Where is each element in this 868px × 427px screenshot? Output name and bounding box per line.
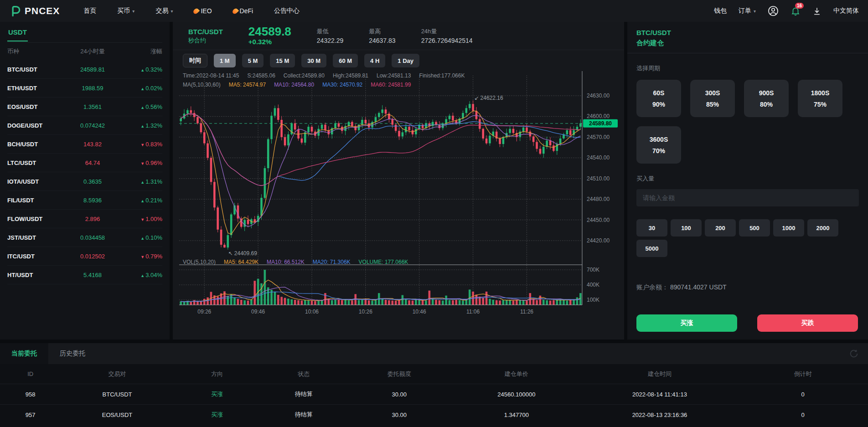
nav-wallet[interactable]: 钱包 bbox=[714, 7, 727, 15]
pair-change-value: 0.32% bbox=[145, 66, 162, 73]
market-type: 秒合约 bbox=[188, 36, 223, 45]
order-col-建仓时间: 建仓时间 bbox=[582, 370, 738, 378]
order-cell-status: 待结算 bbox=[260, 390, 347, 398]
order-row: 958BTC/USDT买涨待结算30.0024560.1000002022-08… bbox=[0, 384, 868, 404]
period-1800S[interactable]: 1800S75% bbox=[798, 80, 842, 117]
pair-volume: 0.074242 bbox=[64, 122, 121, 129]
nav-orders[interactable]: 订单 ▾ bbox=[739, 7, 756, 15]
amount-grid: 30100200500100020005000 bbox=[636, 219, 859, 257]
amount-500[interactable]: 500 bbox=[739, 219, 770, 237]
market-row-DOGE/USDT[interactable]: DOGE/USDT0.074242▲1.32% bbox=[7, 116, 162, 135]
brand-logo[interactable]: PNCEX bbox=[9, 5, 60, 17]
nav-item-label: 交易 bbox=[155, 7, 168, 15]
nav-item-label: DeFi bbox=[240, 7, 253, 15]
market-row-HT/USDT[interactable]: HT/USDT5.4168▲3.04% bbox=[7, 266, 162, 284]
timeframe-1M[interactable]: 1 M bbox=[214, 54, 236, 67]
pair-name: LTC/USDT bbox=[7, 159, 64, 166]
triangle-down-icon: ▼ bbox=[140, 161, 145, 166]
pair-change: ▲1.32% bbox=[121, 122, 162, 129]
pair-change-value: 3.04% bbox=[145, 272, 162, 278]
timeframe-15M[interactable]: 15 M bbox=[270, 54, 295, 67]
market-row-ETH/USDT[interactable]: ETH/USDT1988.59▲0.02% bbox=[7, 79, 162, 98]
triangle-up-icon: ▲ bbox=[140, 105, 145, 110]
buy-up-button[interactable]: 买涨 bbox=[636, 314, 737, 332]
low-value: 24322.29 bbox=[317, 36, 343, 45]
nav-item-交易[interactable]: 交易▾ bbox=[155, 7, 173, 15]
order-col-方向: 方向 bbox=[174, 370, 260, 378]
pair-name: DOGE/USDT bbox=[7, 122, 64, 129]
order-cell-price: 24560.100000 bbox=[451, 391, 582, 398]
order-cell-price: 1.347700 bbox=[451, 412, 582, 418]
col-pair: 币种 bbox=[7, 47, 64, 56]
triangle-up-icon: ▲ bbox=[140, 68, 145, 72]
order-cell-pair: EOS/USDT bbox=[61, 412, 174, 418]
nav-item-公告中心[interactable]: 公告中心 bbox=[274, 7, 300, 15]
orders-rows: 958BTC/USDT买涨待结算30.0024560.1000002022-08… bbox=[0, 384, 868, 425]
nav-item-首页[interactable]: 首页 bbox=[83, 7, 96, 15]
chevron-down-icon: ▾ bbox=[170, 9, 173, 14]
amount-200[interactable]: 200 bbox=[705, 219, 736, 237]
period-900S[interactable]: 900S80% bbox=[744, 80, 789, 117]
period-3600S[interactable]: 3600S70% bbox=[636, 126, 681, 164]
amount-100[interactable]: 100 bbox=[671, 219, 702, 237]
pair-change-value: 0.10% bbox=[145, 234, 162, 241]
buy-down-button[interactable]: 买跌 bbox=[757, 314, 858, 332]
nav-item-DeFi[interactable]: DeFi bbox=[233, 7, 253, 15]
period-label: 选择周期 bbox=[636, 64, 859, 72]
time-label-button[interactable]: 时间 bbox=[183, 54, 207, 67]
svg-text:24630.00: 24630.00 bbox=[587, 93, 610, 99]
tab-usdt[interactable]: USDT bbox=[7, 23, 28, 41]
volume-bars bbox=[180, 270, 581, 305]
amount-2000[interactable]: 2000 bbox=[807, 219, 838, 237]
period-300S[interactable]: 300S85% bbox=[690, 80, 735, 117]
avatar-icon[interactable] bbox=[768, 5, 779, 16]
balance-value: 890741.4027 USDT bbox=[670, 283, 727, 291]
market-row-JST/USDT[interactable]: JST/USDT0.034458▲0.10% bbox=[7, 228, 162, 247]
market-row-BCH/USDT[interactable]: BCH/USDT143.82▼0.83% bbox=[7, 135, 162, 154]
market-row-BTC/USDT[interactable]: BTC/USDT24589.81▲0.32% bbox=[7, 60, 162, 79]
period-seconds: 900S bbox=[759, 89, 774, 97]
svg-text:24589.80: 24589.80 bbox=[589, 120, 612, 127]
sidebar-tabs: USDT bbox=[7, 22, 162, 43]
market-row-LTC/USDT[interactable]: LTC/USDT64.74▼0.96% bbox=[7, 154, 162, 172]
chart-canvas[interactable]: 24630.0024600.0024570.0024540.0024510.00… bbox=[179, 71, 620, 319]
order-cell-countdown: 0 bbox=[738, 391, 868, 398]
refresh-icon[interactable] bbox=[849, 349, 859, 360]
svg-text:700K: 700K bbox=[587, 267, 599, 273]
order-cell-countdown: 0 bbox=[738, 412, 868, 418]
market-row-EOS/USDT[interactable]: EOS/USDT1.3561▲0.56% bbox=[7, 98, 162, 116]
amount-label: 买入量 bbox=[636, 175, 859, 183]
market-row-FIL/USDT[interactable]: FIL/USDT8.5936▲0.21% bbox=[7, 191, 162, 210]
svg-text:24450.00: 24450.00 bbox=[587, 217, 610, 223]
download-icon[interactable] bbox=[812, 6, 822, 15]
orders-tab-当前委托[interactable]: 当前委托 bbox=[0, 343, 48, 364]
period-60S[interactable]: 60S90% bbox=[636, 80, 681, 117]
flame-icon bbox=[231, 7, 238, 15]
amount-1000[interactable]: 1000 bbox=[773, 219, 804, 237]
candlestick-chart[interactable]: 24630.0024600.0024570.0024540.0024510.00… bbox=[179, 71, 620, 319]
timeframe-5M[interactable]: 5 M bbox=[242, 54, 264, 67]
amount-5000[interactable]: 5000 bbox=[636, 240, 667, 257]
timeframe-1Day[interactable]: 1 Day bbox=[392, 54, 419, 67]
timeframe-30M[interactable]: 30 M bbox=[301, 54, 326, 67]
market-row-FLOW/USDT[interactable]: FLOW/USDT2.896▼1.00% bbox=[7, 210, 162, 228]
timeframe-4H[interactable]: 4 H bbox=[364, 54, 385, 67]
notification-bell-icon[interactable]: 16 bbox=[790, 6, 801, 16]
order-cell-id: 958 bbox=[0, 391, 61, 398]
market-row-IOTA/USDT[interactable]: IOTA/USDT0.3635▲1.31% bbox=[7, 172, 162, 191]
price-change: +0.32% bbox=[248, 37, 291, 46]
amount-input[interactable] bbox=[636, 189, 859, 206]
nav-item-IEO[interactable]: IEO bbox=[194, 7, 212, 15]
market-list-header: 币种 24小时量 涨幅 bbox=[7, 43, 162, 60]
orders-tab-历史委托[interactable]: 历史委托 bbox=[48, 343, 97, 364]
pair-change-value: 1.00% bbox=[145, 216, 162, 222]
pair-name: IOTA/USDT bbox=[7, 178, 64, 185]
market-row-ITC/USDT[interactable]: ITC/USDT0.012502▼0.79% bbox=[7, 247, 162, 266]
language-selector[interactable]: 中文简体 bbox=[833, 7, 859, 15]
svg-text:24420.00: 24420.00 bbox=[587, 237, 610, 244]
svg-text:100K: 100K bbox=[587, 297, 599, 303]
amount-30[interactable]: 30 bbox=[636, 219, 667, 237]
nav-item-买币[interactable]: 买币▾ bbox=[117, 7, 134, 15]
timeframe-60M[interactable]: 60 M bbox=[333, 54, 358, 67]
market-pair: BTC/USDT bbox=[188, 27, 223, 36]
